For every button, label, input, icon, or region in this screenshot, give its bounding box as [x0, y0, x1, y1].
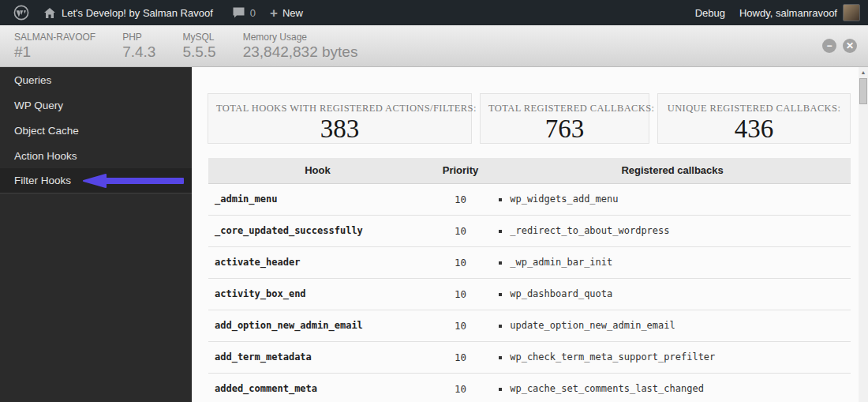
howdy-label: Howdy, salmanravoof — [739, 7, 837, 19]
memory-usage-label: Memory Usage — [243, 32, 358, 43]
hooks-table-body: _admin_menu 10 wp_widgets_add_menu _core… — [208, 183, 851, 402]
comments-menu[interactable]: 0 — [225, 0, 263, 25]
stat-label: TOTAL HOOKS WITH REGISTERED ACTIONS/FILT… — [216, 103, 463, 115]
column-header-registered-callbacks: Registered callbacks — [494, 158, 851, 183]
hook-name: _core_updated_successfully — [208, 215, 427, 246]
sidebar-item-label: Filter Hooks — [14, 175, 71, 186]
sidebar-item-wp-query[interactable]: WP Query — [0, 92, 192, 118]
stat-label: UNIQUE REGISTERED CALLBACKS: — [666, 103, 842, 115]
hook-priority: 10 — [427, 183, 494, 215]
stat-value: 763 — [488, 115, 641, 143]
home-icon — [43, 7, 56, 19]
mysql-version: 5.5.5 — [182, 43, 215, 61]
column-header-hook: Hook — [208, 158, 427, 183]
hook-callbacks: _wp_admin_bar_init — [494, 246, 851, 278]
sidebar-item-object-cache[interactable]: Object Cache — [0, 118, 192, 143]
sidebar-item-queries[interactable]: Queries — [0, 67, 192, 92]
hook-priority: 10 — [427, 215, 494, 246]
php-version: 7.4.3 — [122, 43, 155, 61]
mysql-label: MySQL — [182, 32, 215, 43]
debug-bar-header: SALMAN-RAVOOF #1 PHP 7.4.3 MySQL 5.5.5 M… — [0, 25, 868, 67]
sidebar-item-label: Action Hooks — [14, 150, 77, 162]
callback-item: wp_cache_set_comments_last_changed — [510, 383, 851, 394]
table-row: activity_box_end 10 wp_dashboard_quota — [208, 278, 851, 310]
table-row: _core_updated_successfully 10 _redirect_… — [208, 215, 851, 246]
hook-callbacks: wp_cache_set_comments_last_changed — [494, 373, 851, 402]
hook-priority: 10 — [427, 246, 494, 278]
callback-item: _wp_admin_bar_init — [510, 257, 851, 268]
hook-callbacks: wp_widgets_add_menu — [494, 183, 851, 215]
sidebar-item-label: Object Cache — [14, 125, 79, 137]
hook-name: add_term_metadata — [208, 341, 427, 373]
hook-name: activate_header — [208, 246, 427, 278]
sidebar-item-label: Queries — [14, 74, 51, 86]
php-info: PHP 7.4.3 — [122, 32, 155, 61]
environment-value: #1 — [14, 43, 95, 61]
plus-icon: + — [270, 6, 278, 20]
close-button[interactable]: ✕ — [843, 39, 857, 53]
callback-item: wp_check_term_meta_support_prefilter — [510, 351, 851, 363]
scroll-up-arrow-icon[interactable]: ▲ — [859, 67, 868, 77]
table-row: added_comment_meta 10 wp_cache_set_comme… — [208, 373, 851, 402]
callback-item: update_option_new_admin_email — [510, 320, 851, 331]
table-row: activate_header 10 _wp_admin_bar_init — [208, 246, 851, 278]
comment-count: 0 — [250, 7, 256, 19]
wp-admin-bar: Let's Develop! by Salman Ravoof 0 + New … — [0, 0, 868, 25]
sidebar-item-filter-hooks[interactable]: Filter Hooks — [0, 168, 192, 193]
table-row: add_term_metadata 10 wp_check_term_meta_… — [208, 341, 851, 373]
stats-row: TOTAL HOOKS WITH REGISTERED ACTIONS/FILT… — [208, 93, 859, 144]
scrollbar-thumb[interactable] — [859, 78, 867, 104]
hook-priority: 10 — [427, 310, 494, 341]
hook-priority: 10 — [427, 278, 494, 310]
stat-label: TOTAL REGISTERED CALLBACKS: — [488, 103, 641, 115]
stat-unique-callbacks: UNIQUE REGISTERED CALLBACKS: 436 — [657, 93, 851, 144]
environment-label: SALMAN-RAVOOF — [14, 32, 95, 43]
hook-name: _admin_menu — [208, 183, 427, 215]
callback-item: wp_widgets_add_menu — [510, 193, 851, 205]
callback-item: _redirect_to_about_wordpress — [510, 225, 851, 236]
hook-callbacks: wp_check_term_meta_support_prefilter — [494, 341, 851, 373]
table-row: _admin_menu 10 wp_widgets_add_menu — [208, 183, 851, 215]
hook-callbacks: _redirect_to_about_wordpress — [494, 215, 851, 246]
mysql-info: MySQL 5.5.5 — [182, 32, 215, 61]
table-row: add_option_new_admin_email 10 update_opt… — [208, 310, 851, 341]
vertical-scrollbar[interactable]: ▲ — [859, 67, 868, 402]
hooks-table: Hook Priority Registered callbacks _admi… — [208, 158, 851, 402]
hook-callbacks: wp_dashboard_quota — [494, 278, 851, 310]
stat-total-hooks: TOTAL HOOKS WITH REGISTERED ACTIONS/FILT… — [208, 93, 472, 144]
filter-hooks-panel: TOTAL HOOKS WITH REGISTERED ACTIONS/FILT… — [192, 67, 859, 402]
my-account-menu[interactable]: Howdy, salmanravoof — [732, 0, 862, 25]
minimize-button[interactable]: − — [822, 39, 836, 53]
new-label: New — [282, 7, 303, 19]
stat-value: 383 — [216, 115, 463, 143]
comment-bubble-icon — [232, 6, 245, 19]
sidebar-item-label: WP Query — [14, 100, 63, 111]
hook-name: activity_box_end — [208, 278, 427, 310]
sidebar-item-action-hooks[interactable]: Action Hooks — [0, 143, 192, 168]
memory-usage-value: 23,842,832 bytes — [243, 43, 358, 61]
debug-menu[interactable]: Debug — [688, 0, 732, 25]
annotation-arrow-icon — [82, 174, 186, 188]
debug-bar-sidebar: Queries WP Query Object Cache Action Hoo… — [0, 67, 192, 402]
hook-name: added_comment_meta — [208, 373, 427, 402]
site-name-menu[interactable]: Let's Develop! by Salman Ravoof — [36, 0, 220, 25]
avatar — [843, 4, 860, 21]
new-content-menu[interactable]: + New — [263, 0, 310, 25]
environment-info: SALMAN-RAVOOF #1 — [14, 32, 95, 61]
debug-label: Debug — [695, 7, 725, 19]
hook-name: add_option_new_admin_email — [208, 310, 427, 341]
wordpress-logo-menu[interactable] — [6, 0, 36, 25]
hook-priority: 10 — [427, 341, 494, 373]
hook-priority: 10 — [427, 373, 494, 402]
wordpress-logo-icon — [13, 5, 29, 21]
stat-value: 436 — [666, 115, 842, 143]
column-header-priority: Priority — [427, 158, 494, 183]
stat-total-callbacks: TOTAL REGISTERED CALLBACKS: 763 — [480, 93, 649, 144]
site-name-label: Let's Develop! by Salman Ravoof — [62, 7, 213, 19]
php-label: PHP — [122, 32, 155, 43]
memory-usage-info: Memory Usage 23,842,832 bytes — [243, 32, 358, 61]
hook-callbacks: update_option_new_admin_email — [494, 310, 851, 341]
table-header-row: Hook Priority Registered callbacks — [208, 158, 851, 183]
callback-item: wp_dashboard_quota — [510, 288, 851, 299]
